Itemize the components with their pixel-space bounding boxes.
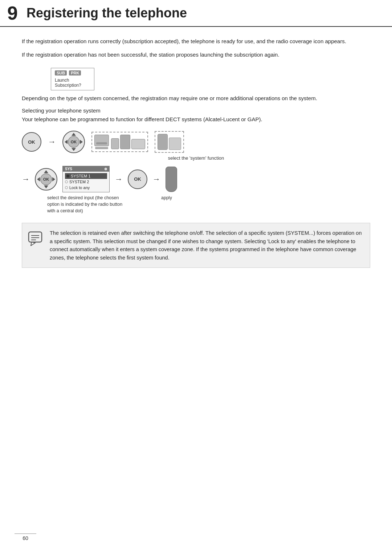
multi-device — [111, 135, 145, 149]
ok-button-2: OK — [128, 169, 147, 189]
paragraph-2: If the registration operation has not be… — [22, 50, 370, 59]
screen-body: SYSTEM 1 SYSTEM 2 Lock to any — [63, 172, 109, 192]
page-number: 60 — [23, 535, 28, 541]
radio-dot-1 — [66, 175, 69, 177]
main-content: If the registration operation runs corre… — [0, 27, 392, 282]
screen-header: SYS ⊕ — [63, 166, 109, 172]
chapter-number: 9 — [7, 4, 18, 23]
nav-arrow-up — [72, 133, 76, 136]
diagram-row-1: OK → OK — [22, 131, 370, 153]
device-group-2 — [155, 131, 184, 153]
sub-tag: SUB — [55, 70, 67, 75]
arrow-1: → — [48, 137, 56, 147]
svg-rect-0 — [29, 232, 42, 242]
ok-button-1: OK — [22, 132, 41, 152]
chapter-title: Registering the telephone — [26, 5, 187, 21]
nav-ring-1: OK — [62, 131, 85, 153]
sub-box-line1: Launch — [55, 78, 90, 83]
ok-nav-inner-2: OK — [40, 173, 52, 185]
radio-dot-3 — [65, 186, 68, 189]
svg-marker-1 — [31, 242, 35, 246]
note-icon — [28, 230, 44, 246]
handset-device — [166, 167, 177, 192]
page-header: 9 Registering the telephone — [0, 0, 392, 27]
ok-nav-inner: OK — [68, 136, 79, 148]
nav-arrow-up-2 — [44, 170, 48, 173]
radio-dot-2 — [65, 180, 68, 183]
nav-ring-2: OK — [35, 168, 57, 191]
selecting-paragraph: Your telephone can be programmed to func… — [22, 115, 370, 123]
nav-arrow-left — [65, 140, 68, 144]
nav-arrow-down — [72, 148, 76, 151]
paragraph-3: Depending on the type of system concerne… — [22, 94, 370, 102]
screen-row-system2: SYSTEM 2 — [65, 179, 107, 185]
system-screen: SYS ⊕ SYSTEM 1 SYSTEM 2 Lock to any — [62, 166, 110, 192]
sub-box: SUB PRK Launch Subscription? — [51, 68, 94, 90]
nav-arrow-right-2 — [52, 177, 55, 181]
paragraph-1: If the registration operation runs corre… — [22, 37, 370, 45]
note-text: The selection is retained even after swi… — [50, 229, 363, 262]
second-row-labels: select the desired input (the chosen opt… — [47, 195, 370, 214]
screen-header-left: SYS — [65, 167, 72, 171]
arrow-3: → — [115, 175, 123, 184]
device-group-1 — [91, 132, 148, 152]
nav-arrow-down-2 — [44, 185, 48, 188]
arrow-4: → — [152, 175, 160, 184]
note-box: The selection is retained even after swi… — [22, 223, 370, 268]
prk-tag: PRK — [69, 70, 81, 75]
diagram1-caption: select the 'system' function — [22, 155, 370, 161]
nav-arrow-right — [80, 140, 83, 144]
screen-header-right: ⊕ — [104, 167, 107, 171]
sub-box-line2: Subscription? — [55, 83, 90, 88]
page-footer: 60 — [15, 533, 36, 541]
screen-row-lock: Lock to any — [65, 185, 107, 191]
arrow-2: → — [22, 175, 30, 184]
label-select-input: select the desired input (the chosen opt… — [47, 195, 127, 214]
label-apply: apply — [161, 195, 172, 201]
screen-row-system1: SYSTEM 1 — [65, 173, 107, 179]
nav-arrow-left-2 — [37, 177, 40, 181]
selecting-heading: Selecting your telephone system — [22, 107, 370, 114]
diagram-row-2: → OK SYS ⊕ SYSTEM 1 — [22, 166, 370, 192]
